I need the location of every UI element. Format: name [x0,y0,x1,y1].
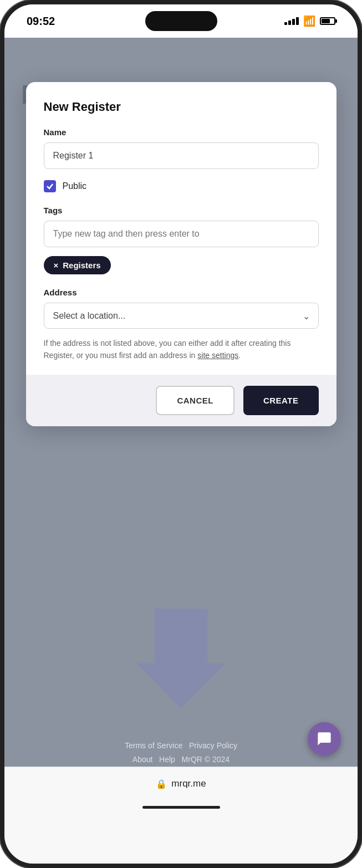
battery-icon [320,17,335,25]
tags-input-wrapper [44,221,319,247]
name-label: Name [44,127,319,137]
status-icons: 📶 [284,15,335,27]
public-checkbox-row: Public [44,180,319,192]
address-note: If the address is not listed above, you … [44,338,319,361]
cancel-button[interactable]: CANCEL [156,386,234,415]
tag-chip-label: Registers [63,261,100,270]
name-input[interactable] [44,142,319,169]
notch [145,11,217,31]
public-checkbox[interactable] [44,180,56,192]
status-bar: 09:52 📶 [4,4,358,38]
phone-frame: 09:52 📶 MrQR Terms of Service Pr [0,0,362,868]
address-label: Address [44,288,319,297]
modal-backdrop: New Register Name Public Tags × [4,38,358,767]
url-bar: 🔒 mrqr.me [156,778,206,789]
bottom-bar: 🔒 mrqr.me [4,767,358,864]
site-settings-link[interactable]: site settings [197,351,238,360]
new-register-modal: New Register Name Public Tags × [26,82,336,426]
wifi-icon: 📶 [303,15,315,27]
public-label: Public [63,181,87,191]
checkmark-icon [46,182,54,190]
address-select[interactable]: Select a location... [44,303,319,329]
create-button[interactable]: CREATE [243,386,319,415]
tags-label: Tags [44,206,319,215]
time-display: 09:52 [27,15,55,28]
home-indicator [142,806,220,809]
url-text: mrqr.me [171,778,206,789]
address-section: Address Select a location... ⌄ If the ad… [44,288,319,361]
tag-chip-registers[interactable]: × Registers [44,256,111,274]
lock-icon: 🔒 [156,779,167,789]
signal-icon [284,17,299,25]
modal-footer: CANCEL CREATE [26,375,336,426]
tags-input[interactable] [44,221,319,247]
tag-chip-x: × [54,261,59,270]
modal-title: New Register [44,100,319,114]
address-select-wrapper: Select a location... ⌄ [44,303,319,329]
